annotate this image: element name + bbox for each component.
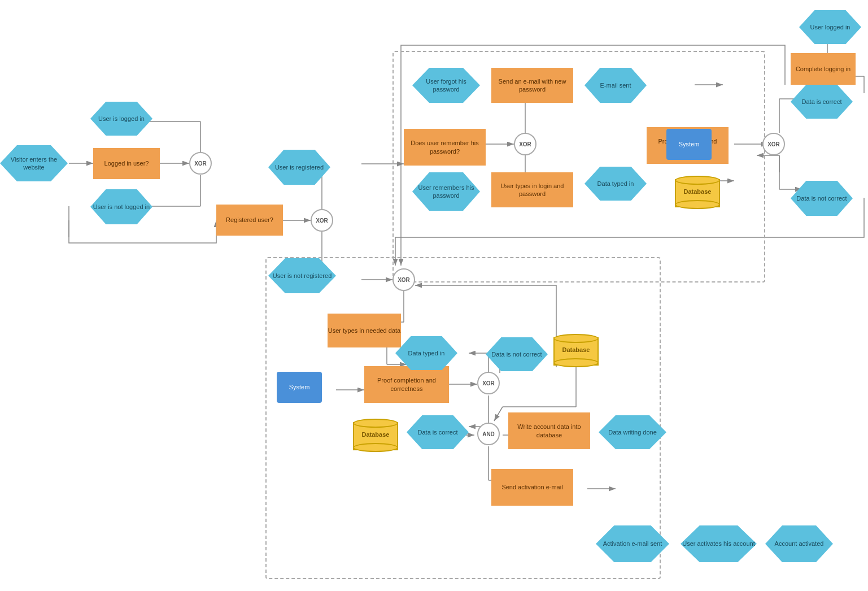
data-not-correct-1-node: Data is not correct [791,181,853,216]
system2-node: System [277,372,322,403]
proof-completion-2-node: Proof completion and correctness [364,366,449,403]
account-activated-node: Account activated [765,525,833,562]
xor3-node: XOR [514,133,536,155]
write-account-data-node: Write account data into database [508,412,590,449]
visitor-node: Visitor enters the website [0,145,68,181]
logged-in-user-node: Logged in user? [93,148,160,179]
database1-node: Database [675,170,720,212]
does-user-remember-node: Does user remember his password? [404,129,486,166]
send-email-new-password-node: Send an e-mail with new password [491,68,573,103]
complete-logging-in-node: Complete logging in [791,53,856,85]
user-registered-node: User is registered [268,150,330,185]
xor2-node: XOR [311,209,333,232]
xor5b-node: XOR [477,372,500,394]
and1-node: AND [477,423,500,445]
registration-dashed-box [265,257,661,579]
database3-node: Database [553,328,599,370]
user-types-needed-data-node: User types in needed data [328,314,401,347]
system1-node: System [666,129,712,160]
user-logged-in-final-node: User logged in [799,10,861,44]
send-activation-email-node: Send activation e-mail [491,469,573,506]
user-logged-in-node: User is logged in [90,102,152,136]
database2-node: Database [353,412,398,455]
xor5-node: XOR [392,268,415,291]
flow-diagram: Visitor enters the website Logged in use… [0,0,868,591]
xor1-node: XOR [189,152,212,175]
data-correct-1-node: Data is correct [791,85,853,119]
xor4-node: XOR [762,133,785,155]
user-types-login-node: User types in login and password [491,172,573,207]
registered-user-node: Registered user? [216,205,283,236]
user-not-logged-in-node: User is not logged in [90,189,152,224]
user-activates-account-node: User activates his account [681,525,757,562]
